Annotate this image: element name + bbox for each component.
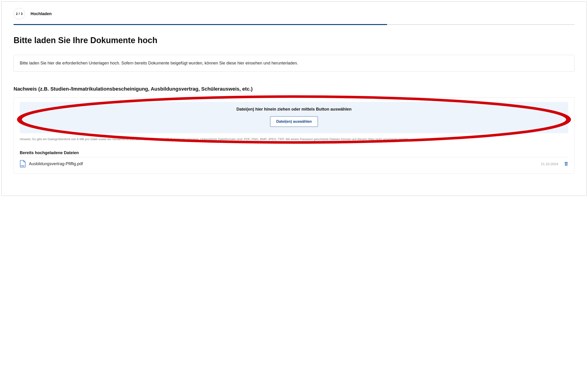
file-dropzone[interactable]: Datei(en) hier hinein ziehen oder mittel… [20, 102, 568, 133]
pdf-file-icon: PDF [20, 160, 26, 167]
section-heading: Nachweis (z.B. Studien-/Immatrikulations… [14, 86, 574, 92]
step-counter: 2 / 3 [16, 12, 23, 16]
progress-fill [14, 24, 387, 25]
step-counter-badge: 2 / 3 [14, 8, 25, 19]
info-box: Bitte laden Sie hier die erforderlichen … [14, 55, 574, 72]
info-text: Bitte laden Sie hier die erforderlichen … [20, 61, 298, 65]
step-label: Hochladen [31, 11, 52, 16]
progress-bar [14, 24, 574, 25]
upload-hint: Hinweis: Es gibt ein Dateigrößenlimit vo… [20, 137, 568, 142]
page-frame: 2 / 3 Hochladen Bitte laden Sie Ihre Dok… [1, 1, 587, 196]
dropzone-prompt: Datei(en) hier hinein ziehen oder mittel… [22, 107, 566, 112]
page-title: Bitte laden Sie Ihre Dokumente hoch [14, 35, 574, 45]
uploaded-heading: Bereits hochgeladene Dateien [20, 150, 568, 155]
file-row: PDF Ausbildungsvertrag-Pfiffig.pdf 21.10… [20, 157, 568, 168]
wizard-step-header: 2 / 3 Hochladen [14, 8, 574, 19]
choose-files-button[interactable]: Datei(en) auswählen [270, 116, 318, 127]
upload-card: Datei(en) hier hinein ziehen oder mittel… [14, 98, 574, 174]
svg-text:PDF: PDF [21, 165, 24, 167]
delete-file-button[interactable] [564, 161, 568, 166]
file-date: 21.10.2024 [541, 162, 558, 166]
file-name-link[interactable]: Ausbildungsvertrag-Pfiffig.pdf [29, 161, 538, 166]
